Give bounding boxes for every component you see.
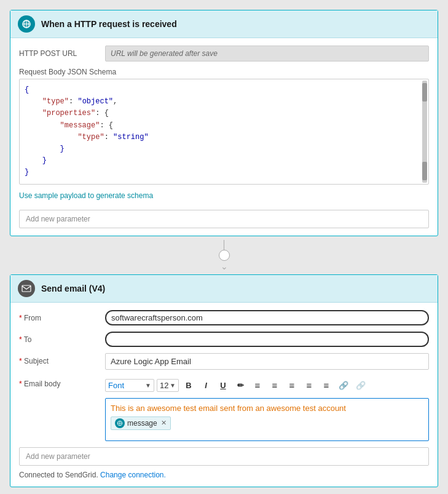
http-card-title: When a HTTP request is received: [41, 19, 177, 29]
bold-button[interactable]: B: [181, 378, 196, 393]
font-size-label: 12: [160, 381, 168, 390]
connected-label: Connected to SendGrid.: [19, 471, 98, 479]
message-tag-close-button[interactable]: ✕: [161, 419, 167, 427]
to-label: To: [19, 332, 99, 344]
http-icon: [18, 15, 35, 33]
align-left-button[interactable]: ≡: [285, 378, 299, 393]
unlink-button[interactable]: 🔗: [353, 378, 368, 393]
email-icon-svg: [22, 284, 31, 293]
size-dropdown-arrow: ▼: [170, 382, 176, 389]
send-email-body: From To Subject Email body Font: [10, 303, 438, 487]
json-scrollbar-thumb-top: [422, 83, 427, 102]
http-add-param-box[interactable]: Add new parameter: [19, 210, 429, 228]
subject-row: Subject: [19, 353, 429, 370]
json-message-line: "message": {: [25, 121, 113, 130]
svg-rect-4: [22, 285, 31, 292]
json-type-line: "type": "object",: [25, 97, 117, 106]
email-add-param-box[interactable]: Add new parameter: [19, 447, 429, 466]
align-right-button[interactable]: ≡: [319, 378, 334, 393]
json-schema-section: Request Body JSON Schema { "type": "obje…: [19, 68, 429, 185]
italic-button[interactable]: I: [198, 378, 213, 393]
send-email-header: Send email (V4): [10, 275, 438, 303]
font-dropdown-arrow: ▼: [145, 382, 151, 389]
connected-text: Connected to SendGrid. Change connection…: [19, 471, 429, 479]
email-toolbar: Font ▼ 12 ▼ B I U ✏ ≡ ≡ ≡ ≡ ≡ �: [105, 376, 429, 396]
bullet-list-button[interactable]: ≡: [250, 378, 265, 393]
sample-payload-link[interactable]: Use sample payload to generate schema: [19, 191, 153, 200]
connector-arrow: ⌄: [221, 262, 228, 271]
json-schema-label: Request Body JSON Schema: [19, 68, 429, 76]
from-input[interactable]: [111, 313, 423, 322]
subject-input[interactable]: [105, 353, 429, 370]
message-tag-container: message ✕: [111, 416, 423, 430]
email-body-row: Email body Font ▼ 12 ▼ B I U ✏ ≡: [19, 376, 429, 441]
http-icon-svg: [22, 19, 31, 29]
to-input-container[interactable]: [105, 332, 429, 347]
json-editor[interactable]: { "type": "object", "properties": { "mes…: [19, 79, 429, 185]
connector-circle: [219, 250, 230, 261]
message-tag: message ✕: [111, 416, 171, 430]
email-icon-container: [18, 280, 35, 297]
http-request-card: When a HTTP request is received HTTP POS…: [10, 10, 438, 236]
json-type2-line: "type": "string": [25, 133, 149, 141]
json-scrollbar[interactable]: [422, 81, 427, 183]
message-tag-label: message: [127, 419, 157, 428]
email-body-container: Font ▼ 12 ▼ B I U ✏ ≡ ≡ ≡ ≡ ≡ �: [105, 376, 429, 441]
json-close1: }: [25, 145, 65, 153]
http-request-header: When a HTTP request is received: [10, 10, 438, 38]
ordered-list-button[interactable]: ≡: [267, 378, 282, 393]
from-label: From: [19, 310, 99, 322]
to-row: To: [19, 332, 429, 347]
http-post-url-row: HTTP POST URL URL will be generated afte…: [19, 46, 429, 62]
http-post-url-label: HTTP POST URL: [19, 46, 99, 58]
font-label: Font: [108, 381, 124, 390]
json-props-line: "properties": {: [25, 109, 109, 118]
json-open-brace: {: [25, 86, 29, 94]
align-center-button[interactable]: ≡: [302, 378, 316, 393]
underline-button[interactable]: U: [216, 378, 230, 393]
send-email-card: Send email (V4) From To Subject Email bo…: [10, 274, 438, 487]
json-close-brace: }: [25, 168, 29, 177]
json-scrollbar-thumb-bottom: [422, 162, 427, 180]
http-card-body: HTTP POST URL URL will be generated afte…: [10, 38, 438, 236]
send-email-title: Send email (V4): [41, 284, 105, 293]
from-row: From: [19, 310, 429, 325]
pen-button[interactable]: ✏: [233, 378, 248, 393]
change-connection-link[interactable]: Change connection.: [100, 471, 166, 479]
http-url-box: URL will be generated after save: [105, 46, 429, 62]
to-input[interactable]: [111, 335, 423, 344]
email-body-text: This is an awesome test email sent from …: [111, 404, 423, 413]
connector-line-top: [224, 240, 224, 250]
subject-label: Subject: [19, 353, 99, 365]
font-size-select[interactable]: 12 ▼: [157, 379, 179, 392]
message-tag-icon: [115, 418, 125, 428]
json-close2: }: [25, 156, 47, 165]
from-input-container[interactable]: [105, 310, 429, 325]
link-button[interactable]: 🔗: [336, 378, 351, 393]
connector: ⌄: [10, 236, 438, 274]
email-body-label: Email body: [19, 376, 99, 388]
message-tag-icon-svg: [117, 420, 123, 426]
font-select[interactable]: Font ▼: [105, 379, 154, 392]
email-body-editor[interactable]: This is an awesome test email sent from …: [105, 398, 429, 441]
